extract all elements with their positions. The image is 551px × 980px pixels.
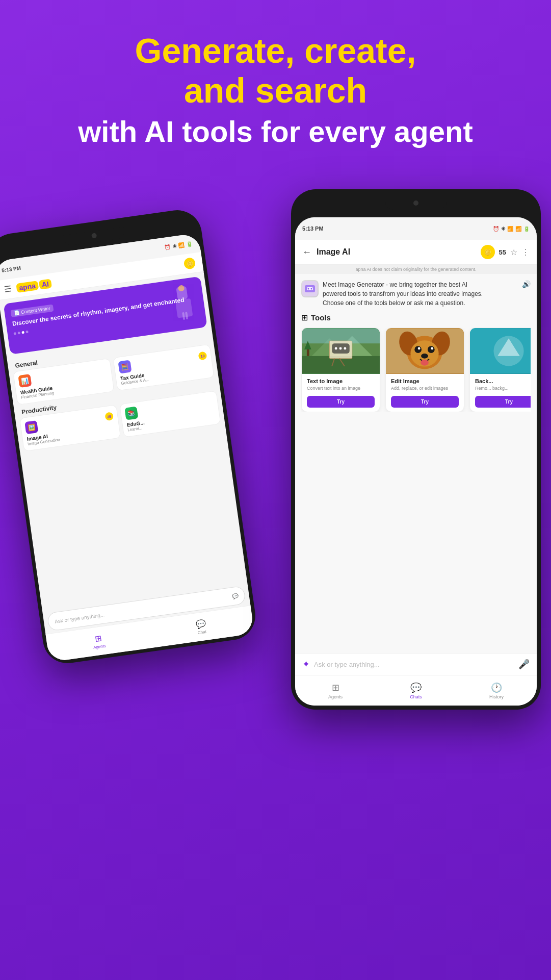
svg-point-23 — [344, 347, 346, 350]
front-chat-bar[interactable]: ✦ Ask or type anything... 🎤 — [295, 653, 537, 675]
front-battery-icon: 🔋 — [523, 226, 530, 232]
tool-image-landscape — [302, 328, 380, 374]
agents-nav-icon: ⊞ — [94, 633, 102, 644]
front-time: 5:13 PM — [302, 225, 324, 232]
wifi-icon: 📶 — [178, 242, 185, 248]
front-nav-history[interactable]: 🕐 History — [456, 675, 537, 706]
svg-point-21 — [335, 347, 337, 350]
dot-1 — [13, 332, 16, 335]
tools-section: ⊞ Tools — [301, 313, 531, 412]
tool-image-bg — [470, 328, 531, 374]
back-phone-screen: 5:13 PM ⏰ ✳ 📶 🔋 ☰ apnaAI 🪙 — [0, 233, 254, 663]
tool-body-tti: Text to Image Convert text into an image… — [302, 374, 380, 412]
front-screen-content: 5:13 PM ⏰ ✳ 📶 📶 🔋 ← Image AI 🪙 — [295, 217, 537, 706]
front-nav-chats[interactable]: 💬 Chats — [376, 675, 456, 706]
bot-message: Meet Image Generator - we bring together… — [301, 280, 531, 308]
chat-area: Meet Image Generator - we bring together… — [295, 274, 537, 653]
agents-front-nav-icon: ⊞ — [332, 682, 339, 693]
coins-badge-front: 🪙 — [481, 245, 495, 259]
back-time: 5:13 PM — [2, 265, 21, 273]
disclaimer-bar: apna AI does not claim originality for t… — [295, 265, 537, 274]
bluetooth-icon: ✳ — [172, 243, 176, 249]
chat-nav-label: Chat — [197, 630, 206, 635]
tax-icon: 🧮 — [118, 360, 132, 374]
svg-point-34 — [421, 360, 429, 366]
tool-card-text-to-image[interactable]: Text to Image Convert text into an image… — [301, 328, 380, 412]
front-bluetooth-icon: ✳ — [501, 226, 505, 232]
agents-front-nav-label: Agents — [328, 694, 343, 699]
bot-bubble: Meet Image Generator - we bring together… — [323, 280, 489, 308]
tool-desc-edit: Add, replace, or edit images — [391, 386, 459, 392]
front-phone-screen: 5:13 PM ⏰ ✳ 📶 📶 🔋 ← Image AI 🪙 — [295, 217, 537, 706]
appbar-right: 🪙 55 ☆ ⋮ — [481, 245, 530, 259]
agents-nav-label: Agents — [93, 643, 106, 649]
try-button-tti[interactable]: Try — [307, 396, 375, 408]
image-ai-icon: 🖼️ — [24, 420, 38, 434]
hero-section: Generate, create, and search with AI too… — [0, 0, 551, 148]
mic-icon[interactable]: 🎤 — [518, 659, 530, 670]
tool-body-bg: Back... Remo... backg... Try — [470, 374, 531, 412]
chat-nav-icon: 💬 — [195, 619, 206, 630]
dot-2 — [17, 332, 20, 335]
tool-image-dog — [386, 328, 464, 374]
tax-count: 10 — [198, 351, 207, 361]
content-icon: 📄 — [14, 310, 20, 316]
hero-subtitle: with AI tools for every agent — [0, 114, 551, 148]
app-logo: apnaAI — [15, 278, 52, 293]
tool-name-tti: Text to Image — [307, 378, 375, 384]
svg-point-22 — [339, 347, 342, 350]
front-status-bar: 5:13 PM ⏰ ✳ 📶 📶 🔋 — [295, 217, 537, 240]
hero-title-line2: and search — [0, 70, 551, 110]
tool-card-bg-remove[interactable]: Back... Remo... backg... Try — [469, 328, 531, 412]
try-button-bg[interactable]: Try — [475, 396, 531, 408]
svg-rect-15 — [307, 348, 309, 356]
dot-4 — [25, 331, 29, 334]
chats-front-nav-icon: 💬 — [410, 682, 422, 693]
alarm-icon: ⏰ — [164, 244, 170, 250]
tool-card-edit-image[interactable]: Edit Image Add, replace, or edit images … — [385, 328, 464, 412]
back-status-icons: ⏰ ✳ 📶 🔋 — [164, 241, 193, 250]
appbar-title: Image AI — [317, 247, 476, 257]
edu-icon: 📚 — [124, 407, 138, 420]
front-bottom-nav: ⊞ Agents 💬 Chats 🕐 History — [295, 675, 537, 706]
coin-icon-small: 🪙 — [186, 260, 193, 267]
sparkle-icon: ✦ — [302, 659, 310, 670]
svg-point-8 — [308, 288, 309, 290]
star-icon[interactable]: ☆ — [510, 247, 517, 257]
front-status-icons: ⏰ ✳ 📶 📶 🔋 — [493, 226, 530, 232]
tools-title: Tools — [311, 313, 331, 322]
front-signal-icon: 📶 — [515, 226, 521, 232]
wealth-icon: 📊 — [18, 374, 32, 388]
svg-point-33 — [421, 354, 428, 359]
tool-desc-tti: Convert text into an image — [307, 386, 375, 392]
chat-icon-back: 💬 — [232, 593, 239, 599]
history-front-nav-label: History — [489, 694, 504, 699]
sound-icon[interactable]: 🔊 — [522, 280, 531, 288]
dot-3 — [21, 331, 24, 334]
image-ai-count: 25 — [104, 412, 114, 421]
hero-title-line1: Generate, create, — [0, 31, 551, 70]
tools-scroll: Text to Image Convert text into an image… — [301, 328, 531, 412]
bot-avatar — [301, 280, 319, 297]
tool-body-edit: Edit Image Add, replace, or edit images … — [386, 374, 464, 412]
back-chat-placeholder: Ask or type anything... — [54, 612, 105, 624]
svg-point-31 — [418, 347, 421, 350]
tools-header: ⊞ Tools — [301, 313, 531, 322]
front-appbar: ← Image AI 🪙 55 ☆ ⋮ — [295, 240, 537, 265]
phones-container: 5:13 PM ⏰ ✳ 📶 🔋 ☰ apnaAI 🪙 — [0, 159, 551, 873]
front-wifi-icon: 📶 — [507, 226, 513, 232]
front-nav-agents[interactable]: ⊞ Agents — [295, 675, 376, 706]
tool-desc-bg: Remo... backg... — [475, 386, 531, 392]
battery-icon: 🔋 — [186, 241, 193, 247]
try-button-edit[interactable]: Try — [391, 396, 459, 408]
hamburger-icon[interactable]: ☰ — [4, 284, 12, 294]
promo-figure — [166, 282, 202, 327]
back-arrow-icon[interactable]: ← — [302, 247, 311, 258]
svg-point-29 — [414, 346, 422, 354]
svg-point-32 — [431, 347, 433, 350]
more-icon[interactable]: ⋮ — [521, 247, 530, 257]
phone-front: 5:13 PM ⏰ ✳ 📶 📶 🔋 ← Image AI 🪙 — [291, 189, 541, 710]
tool-name-bg: Back... — [475, 378, 531, 384]
phone-back: 5:13 PM ⏰ ✳ 📶 🔋 ☰ apnaAI 🪙 — [0, 207, 258, 666]
front-chat-input[interactable]: Ask or type anything... — [314, 661, 514, 668]
